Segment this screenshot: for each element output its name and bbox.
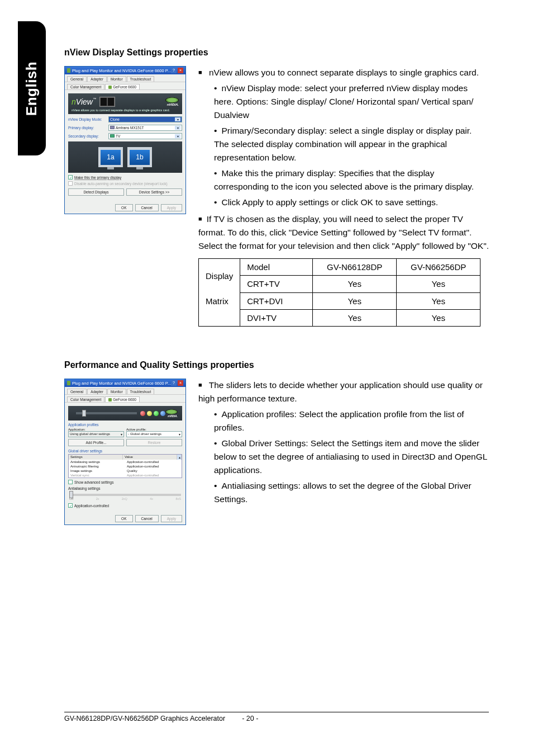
list-cell: Vertical sync	[69, 473, 125, 478]
apply-button: Apply	[161, 515, 182, 522]
tab-geforce-label: GeForce 6600	[113, 398, 136, 401]
display-matrix-table: Display Model GV-N66128DP GV-N66256DP CR…	[198, 258, 480, 327]
cancel-button[interactable]: Cancel	[135, 204, 159, 211]
close-button[interactable]: ×	[178, 68, 183, 73]
nvidia-brand-text: nVIDIA.	[165, 414, 178, 418]
row-primary-display: Primary display: Amtrans MX151T ▾	[68, 125, 182, 131]
device-settings-button[interactable]: Device Settings >>	[126, 188, 182, 196]
nvidia-tab-icon	[108, 86, 112, 89]
add-profile-button[interactable]: Add Profile...	[68, 439, 124, 446]
perf-sub-1: Application profiles: Select the applica…	[214, 408, 489, 434]
cancel-button[interactable]: Cancel	[135, 515, 159, 522]
perf-top-slider[interactable]	[76, 412, 137, 414]
dialog-titlebar: Plug and Play Monitor and NVIDIA GeForce…	[65, 67, 185, 74]
perf-bullet-1: The sliders lets to decide whether your …	[198, 379, 489, 506]
restore-button: Restore	[126, 439, 182, 446]
list-row[interactable]: Vertical syncApplication-controlled	[69, 473, 182, 478]
scroll-up-icon[interactable]: ▴	[177, 455, 182, 460]
footer-page-number: - 20 -	[242, 715, 258, 722]
checkbox-disable-panning	[68, 181, 73, 186]
label-secondary-display: Secondary display:	[68, 134, 108, 138]
checkbox-show-advanced[interactable]: ✓	[68, 480, 73, 484]
matrix-r0-c1: Yes	[313, 276, 397, 292]
tab-color-management[interactable]: Color Management	[67, 84, 104, 89]
perf-heading: Performance and Quality Settings propert…	[64, 360, 489, 370]
tab-troubleshoot[interactable]: Troubleshoot	[127, 76, 155, 82]
perf-quality-slider-bar: nVIDIA.	[68, 406, 182, 420]
select-primary-display[interactable]: Amtrans MX151T ▾	[108, 125, 182, 131]
chevron-down-icon: ▾	[175, 126, 180, 130]
tab-monitor[interactable]: Monitor	[107, 389, 126, 394]
nview-logo-rest: View	[76, 97, 93, 106]
list-cell: Application-controlled	[125, 464, 182, 469]
select-secondary-value: TV	[116, 134, 120, 138]
list-cell: Application-controlled	[125, 460, 182, 464]
aa-tick: 2x	[96, 497, 99, 500]
select-primary-value: Amtrans MX151T	[116, 126, 144, 130]
tab-monitor[interactable]: Monitor	[107, 76, 126, 82]
row-display-mode: nView Display Mode: Clone ▾	[68, 116, 182, 122]
aa-settings-label: Antialiasing settings	[68, 486, 182, 490]
matrix-r2-model: DVI+TV	[240, 309, 313, 326]
settings-list[interactable]: Settings Value ▴ Antialiasing settingsAp…	[68, 454, 182, 478]
active-profile-value: - Global driver settings	[128, 432, 161, 436]
tab-adapter[interactable]: Adapter	[87, 76, 107, 82]
matrix-r0-c2: Yes	[397, 276, 480, 292]
list-row[interactable]: Antialiasing settingsApplication-control…	[69, 460, 182, 464]
label-app-controlled: Application-controlled	[74, 504, 109, 508]
matrix-r0-model: CRT+TV	[240, 276, 313, 292]
nvidia-brand-text: nVIDIA.	[165, 103, 179, 106]
tab-geforce[interactable]: GeForce 6600	[105, 84, 140, 89]
tv-icon	[110, 134, 115, 138]
slider-thumb[interactable]	[82, 410, 86, 417]
label-display-mode: nView Display Mode:	[68, 117, 108, 121]
select-display-mode[interactable]: Clone ▾	[108, 116, 182, 122]
help-button[interactable]: ?	[171, 68, 177, 73]
aa-slider-thumb[interactable]	[69, 491, 73, 498]
checkbox-make-primary[interactable]: ✓	[68, 175, 73, 179]
row-app-controlled: ✓ Application-controlled	[68, 503, 182, 508]
chevron-down-icon: ▾	[179, 432, 180, 436]
application-select-value: Using global driver settings	[70, 432, 110, 436]
tab-adapter[interactable]: Adapter	[87, 389, 107, 394]
monitor-preview-2[interactable]: 1b	[127, 147, 152, 167]
list-row[interactable]: Image settingsQuality	[69, 469, 182, 473]
ok-button[interactable]: OK	[115, 204, 132, 211]
close-button[interactable]: ×	[178, 380, 183, 386]
application-select[interactable]: Using global driver settings▾	[68, 431, 124, 437]
tab-troubleshoot[interactable]: Troubleshoot	[127, 389, 155, 394]
matrix-h-c1: GV-N66128DP	[313, 259, 397, 276]
perf-sub-2: Global Driver Settings: Select the Setti…	[214, 437, 489, 477]
detect-displays-button[interactable]: Detect Displays	[68, 188, 124, 196]
tab-general[interactable]: General	[67, 389, 87, 394]
checkbox-app-controlled[interactable]: ✓	[68, 503, 73, 508]
perf-text-column: The sliders lets to decide whether your …	[198, 379, 489, 509]
matrix-h-display: Display	[199, 259, 240, 293]
chevron-down-icon: ▾	[175, 117, 180, 121]
tabs-row-2: Color Management GeForce 6600	[65, 82, 185, 90]
tab-color-management[interactable]: Color Management	[67, 396, 104, 402]
aa-slider[interactable]: Off 2x 2xQ 4x 8xS	[69, 494, 181, 500]
app-icon	[67, 381, 70, 385]
tab-geforce[interactable]: GeForce 6600	[105, 396, 140, 402]
apply-button: Apply	[161, 204, 182, 211]
nview-sub-3: Make this the primary display: Specifies…	[214, 167, 489, 193]
perf-dialog: Plug and Play Monitor and NVIDIA GeForce…	[64, 379, 186, 525]
perf-bullet-1-text: The sliders lets to decide whether your …	[198, 380, 483, 403]
help-button[interactable]: ?	[171, 380, 177, 386]
row-secondary-display: Secondary display: TV ▾	[68, 133, 182, 139]
ok-button[interactable]: OK	[115, 515, 132, 522]
button-bar: Detect Displays Device Settings >>	[68, 188, 182, 196]
nview-logo-n: n	[72, 97, 76, 106]
list-row[interactable]: Anisotropic filteringApplication-control…	[69, 464, 182, 469]
select-secondary-display[interactable]: TV ▾	[108, 133, 182, 139]
tab-general[interactable]: General	[67, 76, 87, 82]
active-profile-select[interactable]: - Global driver settings▾	[126, 431, 182, 437]
nview-bullet-2: If TV is chosen as the display, you will…	[198, 212, 489, 253]
nview-logo: nView™	[72, 97, 96, 106]
perf-dialog-footer: OK Cancel Apply	[65, 513, 185, 525]
nview-bullet-1: nView allows you to connect separate dis…	[198, 66, 489, 209]
monitor-preview-1[interactable]: 1a	[98, 147, 123, 167]
label-make-primary: Make this the primary display	[74, 176, 121, 179]
monitor-preview-zone: 1a 1b	[68, 141, 182, 173]
